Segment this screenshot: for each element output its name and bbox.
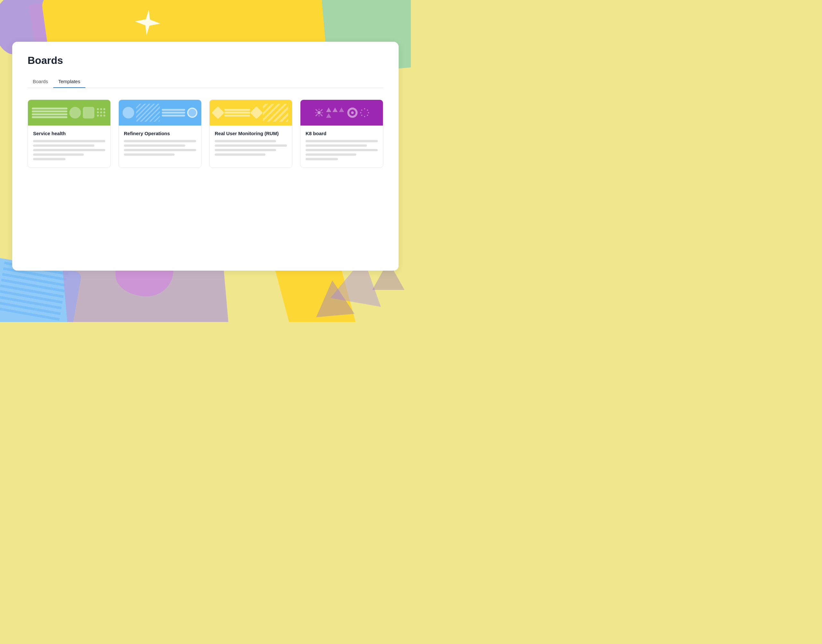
- svg-point-5: [364, 116, 365, 117]
- thumb-dots-1: [96, 107, 107, 118]
- thumb-line-r2: [162, 112, 185, 113]
- card-content-k8: K8 board: [300, 126, 383, 167]
- card-content-refinery: Refinery Operations: [119, 126, 201, 163]
- card-line-rum1: [215, 140, 276, 142]
- svg-point-3: [368, 112, 369, 113]
- svg-point-0: [317, 111, 321, 114]
- card-line-2: [33, 144, 94, 147]
- thumb-line-r1: [162, 109, 185, 111]
- gear-icon: [314, 107, 324, 118]
- thumb-lines-icon: [32, 107, 67, 118]
- card-line-5: [33, 158, 66, 160]
- template-card-rum[interactable]: Real User Monitoring (RUM): [209, 100, 292, 168]
- card-line-r2: [124, 144, 185, 147]
- thumb-line-1: [32, 107, 67, 109]
- card-thumbnail-service-health: [28, 100, 110, 126]
- tri-icon-2: [332, 107, 338, 112]
- thumb-line-rum2: [224, 112, 250, 113]
- bg-tri2: [313, 279, 354, 317]
- card-line-rum4: [215, 153, 265, 156]
- dots-ring-icon: [360, 107, 370, 118]
- thumb-stripe-rum: [263, 104, 289, 122]
- thumb-triangles: [326, 107, 345, 118]
- card-title-rum: Real User Monitoring (RUM): [215, 131, 287, 136]
- svg-point-1: [364, 108, 365, 109]
- tab-boards[interactable]: Boards: [28, 75, 53, 88]
- card-line-3: [33, 149, 105, 151]
- thumb-lines-2: [162, 109, 185, 117]
- template-card-k8[interactable]: K8 board: [300, 100, 383, 168]
- card-line-r1: [124, 140, 196, 142]
- card-line-k1: [306, 140, 378, 142]
- card-line-r3: [124, 149, 196, 151]
- thumb-square-1: [83, 107, 94, 118]
- svg-point-4: [367, 115, 368, 116]
- svg-point-6: [361, 115, 362, 116]
- thumb-lines-rum: [224, 109, 250, 117]
- thumb-diamond-rum: [211, 106, 224, 119]
- thumb-line-rum3: [224, 115, 250, 117]
- card-line-k5: [306, 158, 338, 160]
- card-line-k2: [306, 144, 367, 147]
- thumb-line-2: [32, 110, 67, 112]
- tri-icon-1: [326, 107, 331, 112]
- card-title-refinery: Refinery Operations: [124, 131, 196, 136]
- thumb-line-rum1: [224, 109, 250, 111]
- thumb-line-3: [32, 113, 67, 115]
- card-title-k8: K8 board: [306, 131, 378, 136]
- svg-point-8: [361, 109, 362, 111]
- tri-icon-3: [339, 107, 344, 112]
- thumb-line-r3: [162, 115, 185, 117]
- thumb-line-4: [32, 116, 67, 118]
- template-card-refinery[interactable]: Refinery Operations: [118, 100, 202, 168]
- card-content-rum: Real User Monitoring (RUM): [210, 126, 292, 163]
- tab-templates[interactable]: Templates: [53, 75, 86, 88]
- thumb-wave: [136, 104, 160, 122]
- card-thumbnail-k8: [300, 100, 383, 126]
- template-card-service-health[interactable]: Service health: [28, 100, 111, 168]
- card-thumbnail-rum: [210, 100, 292, 126]
- thumb-circle-1: [69, 107, 81, 118]
- svg-point-2: [367, 109, 368, 111]
- tab-bar: Boards Templates: [28, 75, 383, 88]
- thumb-diamond-rum2: [250, 106, 263, 119]
- card-line-1: [33, 140, 105, 142]
- thumb-diamond-refinery: [187, 107, 197, 118]
- svg-point-7: [360, 112, 361, 113]
- template-cards-grid: Service health Refinery O: [28, 100, 383, 168]
- card-line-rum2: [215, 144, 287, 147]
- card-title-service-health: Service health: [33, 131, 105, 136]
- card-content-service-health: Service health: [28, 126, 110, 167]
- tri-icon-4: [326, 113, 331, 118]
- card-line-4: [33, 153, 84, 156]
- page-title: Boards: [28, 55, 383, 66]
- main-panel: Boards Boards Templates Service health: [12, 42, 399, 271]
- card-line-k3: [306, 149, 378, 151]
- thumb-target-k8: [347, 107, 358, 118]
- card-line-r4: [124, 153, 175, 156]
- card-line-k4: [306, 153, 356, 156]
- thumb-circle-search: [122, 107, 134, 118]
- card-thumbnail-refinery: [119, 100, 201, 126]
- card-line-rum3: [215, 149, 276, 151]
